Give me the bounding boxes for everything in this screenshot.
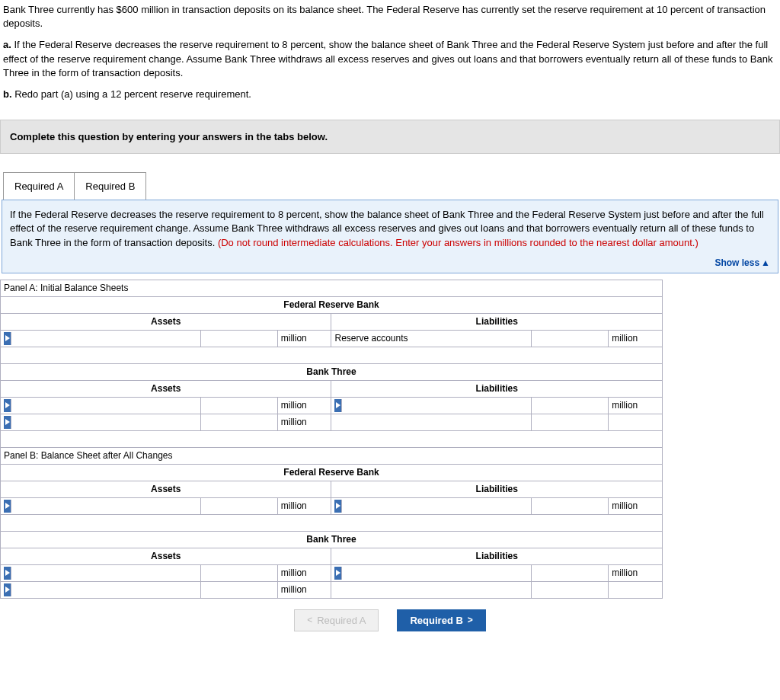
panel-b-title: Panel B: Balance Sheet after All Changes (1, 447, 663, 464)
unit-million: million (609, 397, 663, 414)
bank3-b-asset1-desc[interactable] (1, 564, 201, 581)
blank-cell (331, 581, 532, 598)
chevron-right-icon (334, 500, 342, 513)
svg-marker-2 (336, 402, 340, 408)
frb-b-asset-amount[interactable] (200, 497, 277, 514)
blank-cell (609, 581, 663, 598)
bank3-a-liab-desc[interactable] (331, 397, 532, 414)
bank3-b-asset2-desc[interactable] (1, 581, 201, 598)
chevron-right-icon (4, 567, 11, 580)
tab-required-b[interactable]: Required B (74, 172, 146, 200)
chevron-right-icon (4, 583, 11, 596)
assets-header: Assets (1, 380, 331, 397)
tabs-row: Required A Required B (3, 172, 780, 200)
chevron-right-icon (4, 332, 11, 345)
unit-million: million (609, 330, 663, 347)
svg-marker-1 (5, 402, 10, 408)
balance-sheet-area: Panel A: Initial Balance Sheets Federal … (0, 280, 780, 642)
triangle-up-icon: ▲ (761, 257, 770, 268)
question-intro: Bank Three currently has $600 million in… (3, 3, 777, 30)
unit-million: million (277, 414, 331, 430)
svg-marker-8 (5, 587, 10, 593)
svg-marker-0 (5, 335, 10, 341)
bank3-header-b: Bank Three (1, 531, 663, 548)
tab-content: If the Federal Reserve decreases the res… (2, 200, 778, 273)
next-required-b-button[interactable]: Required B > (397, 609, 485, 631)
frb-b-asset-desc[interactable] (1, 497, 201, 514)
bank3-a-asset1-desc[interactable] (1, 397, 201, 414)
frb-b-liab-amount[interactable] (532, 497, 609, 514)
panel-a-title: Panel A: Initial Balance Sheets (1, 280, 663, 296)
frb-a-asset-desc[interactable] (1, 330, 201, 347)
unit-million: million (277, 581, 331, 598)
liabilities-header: Liabilities (331, 380, 663, 397)
unit-million: million (609, 564, 663, 581)
bank3-b-liab-desc[interactable] (331, 564, 532, 581)
nav-buttons: < Required A Required B > (0, 599, 780, 642)
svg-marker-5 (336, 503, 340, 509)
bank3-b-asset1-amount[interactable] (200, 564, 277, 581)
chevron-left-icon: < (307, 615, 312, 625)
unit-million: million (609, 497, 663, 514)
bank3-header-a: Bank Three (1, 363, 663, 380)
svg-marker-3 (5, 419, 10, 425)
svg-marker-6 (5, 570, 10, 576)
frb-header-a: Federal Reserve Bank (1, 296, 663, 313)
unit-million: million (277, 330, 331, 347)
bank3-b-liab-amount[interactable] (532, 564, 609, 581)
chevron-right-icon: > (468, 615, 473, 625)
blank-cell (532, 414, 609, 430)
unit-million: million (277, 564, 331, 581)
chevron-right-icon (334, 399, 342, 412)
chevron-right-icon (4, 399, 11, 412)
balance-sheet-table: Panel A: Initial Balance Sheets Federal … (0, 280, 663, 599)
tab-required-a[interactable]: Required A (3, 172, 75, 200)
bank3-a-liab-amount[interactable] (532, 397, 609, 414)
tab-prompt: If the Federal Reserve decreases the res… (10, 208, 770, 250)
frb-b-liab-desc[interactable] (331, 497, 532, 514)
svg-marker-4 (5, 503, 10, 509)
svg-marker-7 (336, 570, 340, 576)
liabilities-header: Liabilities (331, 548, 663, 564)
chevron-right-icon (4, 500, 11, 513)
assets-header: Assets (1, 481, 331, 497)
blank-cell (331, 414, 532, 430)
assets-header: Assets (1, 548, 331, 564)
bank3-b-asset2-amount[interactable] (200, 581, 277, 598)
prev-required-a-button[interactable]: < Required A (294, 609, 379, 631)
unit-million: million (277, 497, 331, 514)
blank-cell (532, 581, 609, 598)
blank-cell (609, 414, 663, 430)
bank3-a-asset1-amount[interactable] (200, 397, 277, 414)
assets-header: Assets (1, 313, 331, 330)
chevron-right-icon (4, 416, 11, 429)
frb-a-liab-amount[interactable] (532, 330, 609, 347)
question-part-b: b. Redo part (a) using a 12 percent rese… (3, 88, 777, 101)
question-stem: Bank Three currently has $600 million in… (0, 0, 780, 115)
chevron-right-icon (334, 567, 342, 580)
unit-million: million (277, 397, 331, 414)
bank3-a-asset2-amount[interactable] (200, 414, 277, 430)
question-part-a: a. If the Federal Reserve decreases the … (3, 38, 777, 80)
instruction-bar: Complete this question by entering your … (0, 120, 780, 154)
bank3-a-asset2-desc[interactable] (1, 414, 201, 430)
frb-a-liab-desc: Reserve accounts (331, 330, 532, 347)
liabilities-header: Liabilities (331, 481, 663, 497)
show-less-toggle[interactable]: Show less▲ (10, 257, 770, 268)
frb-a-asset-amount[interactable] (200, 330, 277, 347)
liabilities-header: Liabilities (331, 313, 663, 330)
frb-header-b: Federal Reserve Bank (1, 464, 663, 481)
